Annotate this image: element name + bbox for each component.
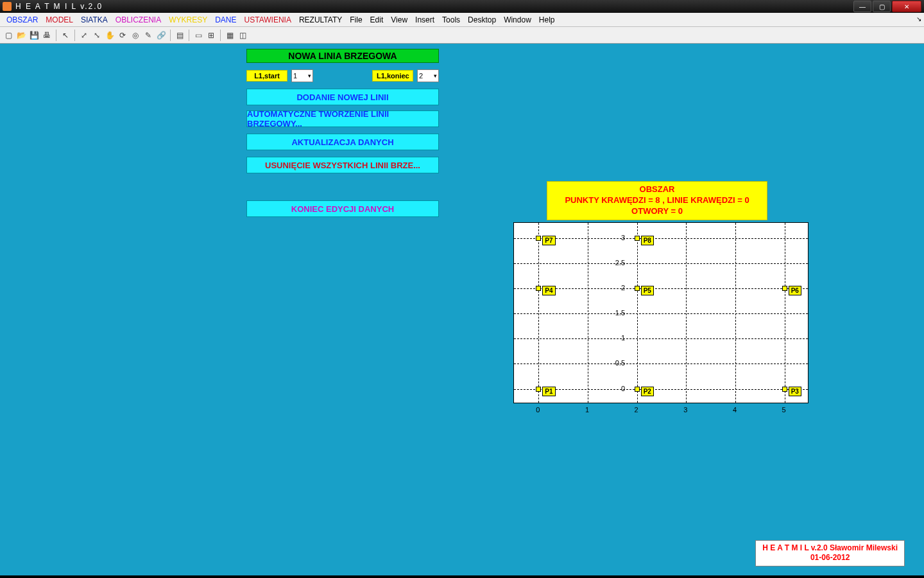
rotate-icon[interactable]: ⟳: [117, 30, 128, 41]
menu-help[interactable]: Help: [535, 15, 559, 24]
brush-icon[interactable]: ✎: [142, 30, 154, 41]
point-marker-P6[interactable]: [782, 286, 787, 291]
add-line-button[interactable]: DODANIE NOWEJ LINII: [246, 89, 439, 105]
point-marker-P7[interactable]: [536, 236, 541, 241]
grid-hline: [514, 288, 808, 289]
x-tick: 5: [782, 406, 786, 414]
menu-wykresy[interactable]: WYKRESY: [165, 15, 211, 24]
taskbar-edge: [0, 575, 924, 578]
grid-vline: [538, 223, 539, 403]
point-label-P7: P7: [542, 236, 555, 245]
toolbar-separator: [170, 30, 171, 41]
point-marker-P3[interactable]: [782, 387, 787, 392]
pan-icon[interactable]: ✋: [104, 30, 116, 41]
toolbar-separator: [220, 30, 221, 41]
work-area: NOWA LINIA BRZEGOWA L1,start 1 L1,koniec…: [0, 44, 924, 578]
print-icon[interactable]: 🖶: [41, 30, 53, 41]
end-edit-button[interactable]: KONIEC EDYCJI DANYCH: [246, 200, 439, 217]
x-tick: 4: [733, 406, 737, 414]
point-label-P4: P4: [542, 286, 555, 295]
link-icon[interactable]: 🔗: [155, 30, 167, 41]
menu-obszar[interactable]: OBSZAR: [3, 15, 42, 24]
grid-vline: [588, 223, 588, 403]
menu-ustawienia[interactable]: USTAWIENIA: [241, 15, 295, 24]
grid-hline: [514, 363, 808, 364]
update-data-button[interactable]: AKTUALIZACJA DANYCH: [246, 134, 439, 150]
y-tick: 1.5: [599, 309, 625, 317]
menu-insert[interactable]: Insert: [411, 15, 438, 24]
menu-rezultaty[interactable]: REZULTATY: [295, 15, 346, 24]
data-cursor-icon[interactable]: ◎: [130, 30, 141, 41]
menu-tools[interactable]: Tools: [438, 15, 464, 24]
point-marker-P5[interactable]: [635, 286, 640, 291]
credit-box: H E A T M I L v.2.0 Sławomir Milewski 01…: [755, 540, 905, 566]
l1-end-label: L1,koniec: [372, 70, 413, 82]
window-titlebar: H E A T M I L v.2.0 — ▢ ✕: [0, 0, 924, 13]
panel-banner: NOWA LINIA BRZEGOWA: [246, 49, 439, 63]
point-label-P1: P1: [542, 387, 555, 396]
grid-hline: [514, 389, 808, 390]
point-marker-P2[interactable]: [635, 387, 640, 392]
grid-vline: [785, 223, 785, 403]
y-tick: 1: [599, 334, 625, 342]
menu-obliczenia[interactable]: OBLICZENIA: [112, 15, 165, 24]
menu-dane[interactable]: DANE: [211, 15, 240, 24]
grid-hline: [514, 263, 808, 264]
minimize-button[interactable]: —: [853, 1, 871, 12]
open-icon[interactable]: 📂: [15, 30, 27, 41]
close-button[interactable]: ✕: [892, 1, 921, 12]
x-tick: 0: [536, 406, 540, 414]
grid-icon[interactable]: ▦: [224, 30, 235, 41]
credit-line2: 01-06-2012: [762, 553, 898, 563]
menu-overflow-icon[interactable]: ↘: [916, 15, 921, 22]
grid-vline: [637, 223, 638, 403]
snap-icon[interactable]: ◫: [237, 30, 248, 41]
toolbar-separator: [74, 30, 75, 41]
y-tick: 3: [599, 234, 625, 241]
save-icon[interactable]: 💾: [28, 30, 40, 41]
delete-lines-button[interactable]: USUNIĘCIE WSZYSTKICH LINII BRZE...: [246, 157, 439, 173]
menu-edit[interactable]: Edit: [366, 15, 388, 24]
chart-title-line2: PUNKTY KRAWĘDZI = 8 , LINIE KRAWĘDZI = 0: [551, 195, 763, 206]
maximize-button[interactable]: ▢: [873, 1, 891, 12]
point-marker-P8[interactable]: [635, 236, 640, 241]
l1-start-dropdown[interactable]: 1: [291, 69, 313, 82]
y-tick: 2: [599, 284, 625, 292]
new-doc-icon[interactable]: ▢: [3, 30, 14, 41]
grid-hline: [514, 313, 808, 314]
line-endpoints-row: L1,start 1 L1,koniec 2: [246, 68, 439, 83]
pointer-icon[interactable]: ↖: [60, 30, 71, 41]
chart-axes[interactable]: P1P2P3P4P5P6P7P8: [513, 222, 809, 403]
l1-start-value: 1: [293, 72, 297, 80]
zoom-out-icon[interactable]: ⤡: [91, 30, 103, 41]
menu-file[interactable]: File: [346, 15, 366, 24]
menu-window[interactable]: Window: [500, 15, 535, 24]
legend-icon[interactable]: ▭: [193, 30, 204, 41]
axes-icon[interactable]: ⊞: [205, 30, 217, 41]
toolbar-separator: [56, 30, 56, 41]
colorbar-icon[interactable]: ▤: [174, 30, 185, 41]
app-icon: [3, 2, 12, 11]
point-label-P2: P2: [641, 387, 654, 396]
menu-siatka[interactable]: SIATKA: [77, 15, 112, 24]
window-title: H E A T M I L v.2.0: [15, 2, 103, 11]
point-marker-P4[interactable]: [536, 286, 541, 291]
l1-end-dropdown[interactable]: 2: [417, 69, 439, 82]
point-label-P6: P6: [789, 286, 801, 295]
point-label-P8: P8: [641, 236, 654, 245]
menu-model[interactable]: MODEL: [42, 15, 77, 24]
y-tick: 0.5: [599, 359, 625, 367]
y-tick: 2.5: [599, 259, 625, 267]
toolbar: ▢📂💾🖶↖⤢⤡✋⟳◎✎🔗▤▭⊞▦◫: [0, 27, 924, 44]
grid-hline: [514, 338, 808, 339]
auto-lines-button[interactable]: AUTOMATYCZNE TWORZENIE LINII BRZEGOWY...: [246, 110, 439, 127]
point-label-P3: P3: [789, 387, 801, 396]
point-label-P5: P5: [641, 286, 654, 295]
menu-view[interactable]: View: [387, 15, 411, 24]
point-marker-P1[interactable]: [536, 387, 541, 392]
chart-title-line1: OBSZAR: [551, 184, 763, 195]
chart-title: OBSZAR PUNKTY KRAWĘDZI = 8 , LINIE KRAWĘ…: [547, 181, 767, 220]
zoom-in-icon[interactable]: ⤢: [78, 30, 90, 41]
x-tick: 1: [585, 406, 589, 414]
menu-desktop[interactable]: Desktop: [464, 15, 500, 24]
